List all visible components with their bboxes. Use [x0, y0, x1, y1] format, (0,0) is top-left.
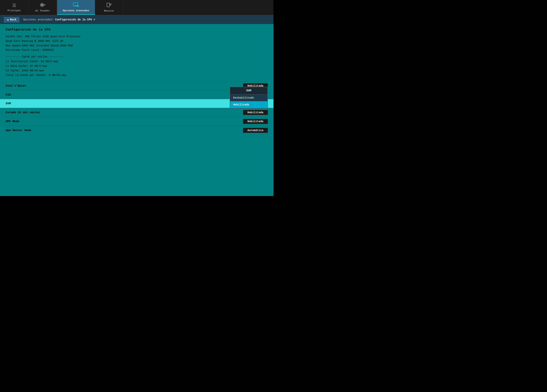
breadcrumb-current: Configuración de la CPU > — [54, 18, 95, 21]
main-content: Configuración de la CPU Socket 942: AMD … — [0, 24, 274, 196]
breadcrumb: Opciones avanzadas\ Configuración de la … — [23, 18, 95, 21]
section-title: Configuración de la CPU — [6, 28, 268, 31]
cache-divider: --------- Caché por núcleo ---------- — [6, 55, 268, 58]
tab-opciones-avanzadas[interactable]: Opciones avanzadas — [57, 0, 95, 15]
dropdown-item-habilitada[interactable]: Habilitada — [230, 101, 267, 108]
cpu-info-line1: Socket 942: AMD FX(tm)-4100 Quad-Core Pr… — [6, 34, 268, 39]
setting-value-hpc-mode: Habilitada — [243, 119, 268, 124]
back-button[interactable]: ◀ Back — [4, 17, 19, 22]
opciones-avanzadas-icon — [73, 2, 79, 8]
cache-l3: Total L3 Cache per Socket: 8 MB/64-way — [6, 73, 268, 78]
dropdown-item-deshabilitado[interactable]: Deshabilitado — [230, 94, 267, 101]
principal-label: Principal — [8, 9, 21, 12]
top-navigation: ☰ Principal Ai Tweaker Opciones avanzada… — [0, 0, 274, 15]
cache-l2: L2 Cache: 2048 KB/16-way — [6, 69, 268, 73]
setting-value-estado-c6: Habilitada — [243, 110, 268, 115]
back-arrow-icon: ◀ — [7, 18, 8, 21]
setting-row-estado-c6[interactable]: Estado C6 del núcleo Habilitada — [6, 108, 268, 117]
setting-label-cool-n-quiet: Cool'n'Quiet — [6, 84, 26, 88]
cpu-info-line3: Max Speed:3600 MHZ Intended Speed:3600 M… — [6, 44, 268, 48]
setting-row-hpc-mode[interactable]: HPC Mode Habilitada — [6, 117, 268, 126]
cache-l1-instruction: L1 Instruction Cache: 64 KB/2-way — [6, 59, 268, 64]
setting-label-svm: SVM — [6, 102, 11, 105]
breadcrumb-bar: ◀ Back Opciones avanzadas\ Configuración… — [0, 15, 274, 24]
setting-row-cool-n-quiet[interactable]: Cool'n'Quiet Habilitada — [6, 81, 268, 90]
setting-row-apm-master[interactable]: Apm Master Mode Automática — [6, 126, 268, 135]
svg-rect-9 — [107, 3, 109, 7]
cache-info: L1 Instruction Cache: 64 KB/2-way L1 Dat… — [6, 59, 268, 77]
cpu-info-line2: Quad Core Running @ 3600 MHz 1375 mV — [6, 39, 268, 44]
monitor-label: Monitor — [104, 10, 114, 12]
monitor-icon — [107, 3, 112, 8]
svg-point-1 — [41, 4, 43, 6]
setting-label-c1e: C1E — [6, 93, 11, 96]
cpu-info-line4: Microcode Patch Level: 6000629 — [6, 48, 268, 53]
breadcrumb-path: Opciones avanzadas\ — [23, 18, 54, 21]
tab-monitor[interactable]: Monitor — [95, 0, 124, 15]
cache-l1-data: L1 Data Cache: 16 KB/4-way — [6, 64, 268, 69]
tab-ai-tweaker[interactable]: Ai Tweaker — [28, 0, 57, 15]
cpu-info: Socket 942: AMD FX(tm)-4100 Quad-Core Pr… — [6, 34, 268, 53]
opciones-avanzadas-label: Opciones avanzadas — [63, 9, 89, 12]
setting-label-estado-c6: Estado C6 del núcleo — [6, 111, 40, 114]
dropdown-popup: SUM Deshabilitado Habilitada — [230, 87, 268, 109]
setting-value-apm-master: Automática — [243, 128, 268, 133]
svg-rect-4 — [73, 3, 78, 6]
ai-tweaker-icon — [40, 3, 45, 8]
dropdown-header: SUM — [230, 87, 267, 94]
tab-principal[interactable]: ☰ Principal — [0, 0, 28, 15]
ai-tweaker-label: Ai Tweaker — [35, 9, 50, 12]
setting-label-hpc-mode: HPC Mode — [6, 120, 19, 123]
setting-row-c1e[interactable]: C1E Habilitada — [6, 90, 268, 99]
principal-icon: ☰ — [12, 3, 16, 8]
back-label: Back — [10, 18, 16, 21]
setting-label-apm-master: Apm Master Mode — [6, 129, 31, 132]
